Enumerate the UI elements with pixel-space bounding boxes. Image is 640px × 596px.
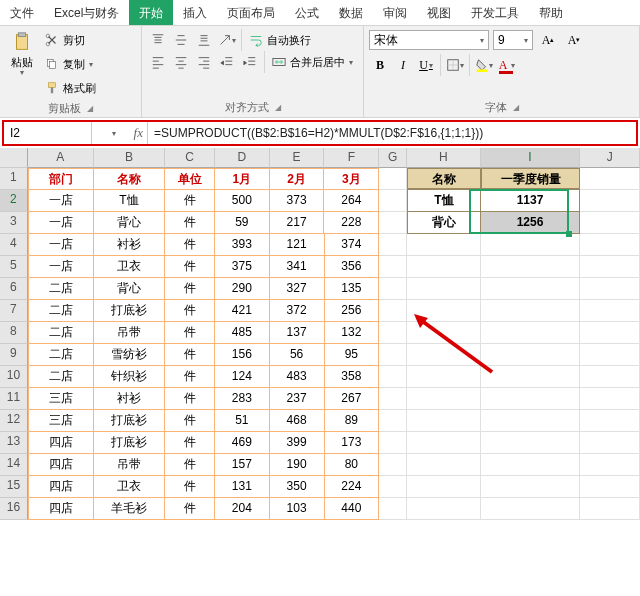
cell[interactable]: [481, 476, 581, 498]
font-color-button[interactable]: A▾: [496, 55, 518, 75]
row-header-2[interactable]: 2: [0, 190, 28, 212]
data-cell[interactable]: 四店: [28, 432, 94, 454]
data-cell[interactable]: 131: [215, 476, 270, 498]
data-cell[interactable]: 打底衫: [94, 410, 166, 432]
cell[interactable]: [481, 234, 581, 256]
data-cell[interactable]: 267: [325, 388, 380, 410]
wrap-text-button[interactable]: 自动换行: [245, 29, 315, 51]
data-cell[interactable]: 137: [270, 322, 325, 344]
data-cell[interactable]: 421: [215, 300, 270, 322]
menu-item-4[interactable]: 页面布局: [217, 0, 285, 25]
cell[interactable]: [580, 168, 640, 190]
col-header-E[interactable]: E: [270, 148, 325, 168]
data-cell[interactable]: 衬衫: [94, 234, 166, 256]
data-cell[interactable]: 341: [270, 256, 325, 278]
row-header-9[interactable]: 9: [0, 344, 28, 366]
cell[interactable]: [379, 454, 407, 476]
data-cell[interactable]: 135: [325, 278, 380, 300]
cell[interactable]: [580, 344, 640, 366]
menu-item-9[interactable]: 开发工具: [461, 0, 529, 25]
data-cell[interactable]: T恤: [94, 190, 166, 212]
increase-font-button[interactable]: A▴: [537, 30, 559, 50]
col-header-G[interactable]: G: [379, 148, 407, 168]
data-cell[interactable]: 89: [325, 410, 380, 432]
data-cell[interactable]: 217: [270, 212, 325, 234]
data-cell[interactable]: 二店: [28, 366, 94, 388]
align-right-button[interactable]: [193, 52, 215, 72]
col-header-F[interactable]: F: [324, 148, 379, 168]
cell[interactable]: [379, 498, 407, 520]
cell[interactable]: [580, 476, 640, 498]
data-cell[interactable]: 132: [325, 322, 380, 344]
data-cell[interactable]: 256: [325, 300, 380, 322]
formula-input[interactable]: =SUMPRODUCT((B$2:B$16=H2)*MMULT(D$2:F$16…: [148, 122, 636, 144]
main-header-cell[interactable]: 1月: [215, 168, 270, 190]
cell[interactable]: [379, 410, 407, 432]
cell[interactable]: [481, 300, 581, 322]
cell[interactable]: [379, 388, 407, 410]
cell[interactable]: [481, 388, 581, 410]
cell[interactable]: [379, 322, 407, 344]
data-cell[interactable]: 件: [165, 454, 215, 476]
data-cell[interactable]: 399: [270, 432, 325, 454]
data-cell[interactable]: 件: [165, 322, 215, 344]
align-left-button[interactable]: [147, 52, 169, 72]
data-cell[interactable]: 283: [215, 388, 270, 410]
cell[interactable]: [481, 432, 581, 454]
row-header-13[interactable]: 13: [0, 432, 28, 454]
underline-button[interactable]: U▾: [415, 55, 437, 75]
decrease-indent-button[interactable]: [216, 52, 238, 72]
data-cell[interactable]: 打底衫: [94, 432, 166, 454]
data-cell[interactable]: 二店: [28, 300, 94, 322]
name-box[interactable]: I2: [4, 122, 92, 144]
cell[interactable]: [379, 476, 407, 498]
data-cell[interactable]: 二店: [28, 322, 94, 344]
cell[interactable]: [580, 212, 640, 234]
cell[interactable]: [481, 256, 581, 278]
align-top-button[interactable]: [147, 30, 169, 50]
data-cell[interactable]: 121: [270, 234, 325, 256]
cell[interactable]: [481, 322, 581, 344]
data-cell[interactable]: 二店: [28, 278, 94, 300]
data-cell[interactable]: 204: [215, 498, 270, 520]
side-header-cell[interactable]: 一季度销量: [481, 168, 581, 190]
cell[interactable]: [407, 322, 481, 344]
merge-center-button[interactable]: 合并后居中 ▾: [268, 51, 357, 73]
menu-item-8[interactable]: 视图: [417, 0, 461, 25]
data-cell[interactable]: 224: [325, 476, 380, 498]
cell[interactable]: [407, 344, 481, 366]
data-cell[interactable]: 373: [270, 190, 325, 212]
data-cell[interactable]: 背心: [94, 278, 166, 300]
cell[interactable]: [379, 366, 407, 388]
cell[interactable]: [379, 190, 407, 212]
row-header-5[interactable]: 5: [0, 256, 28, 278]
copy-button[interactable]: 复制 ▾: [41, 53, 100, 75]
data-cell[interactable]: 件: [165, 300, 215, 322]
row-header-16[interactable]: 16: [0, 498, 28, 520]
cell[interactable]: [407, 256, 481, 278]
col-header-D[interactable]: D: [215, 148, 270, 168]
data-cell[interactable]: 衬衫: [94, 388, 166, 410]
data-cell[interactable]: 一店: [28, 234, 94, 256]
cell[interactable]: [481, 454, 581, 476]
cell[interactable]: [580, 190, 640, 212]
row-header-8[interactable]: 8: [0, 322, 28, 344]
data-cell[interactable]: 件: [165, 366, 215, 388]
data-cell[interactable]: 三店: [28, 388, 94, 410]
menu-item-6[interactable]: 数据: [329, 0, 373, 25]
italic-button[interactable]: I: [392, 55, 414, 75]
data-cell[interactable]: 264: [324, 190, 379, 212]
spreadsheet-grid[interactable]: ABCDEFGHIJ1部门名称单位1月2月3月名称一季度销量2一店T恤件5003…: [0, 148, 640, 520]
fill-handle[interactable]: [566, 231, 572, 237]
data-cell[interactable]: 四店: [28, 498, 94, 520]
menu-item-7[interactable]: 审阅: [373, 0, 417, 25]
data-cell[interactable]: 卫衣: [94, 256, 166, 278]
row-header-12[interactable]: 12: [0, 410, 28, 432]
data-cell[interactable]: 件: [165, 344, 215, 366]
cell[interactable]: [481, 410, 581, 432]
data-cell[interactable]: 件: [165, 278, 215, 300]
data-cell[interactable]: 件: [165, 410, 215, 432]
side-name-cell[interactable]: 背心: [407, 212, 481, 234]
data-cell[interactable]: 157: [215, 454, 270, 476]
data-cell[interactable]: 500: [215, 190, 270, 212]
